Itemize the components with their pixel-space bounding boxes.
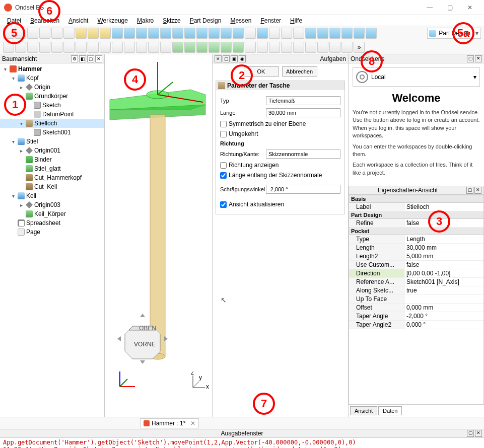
t2-circle-icon[interactable] bbox=[100, 42, 111, 53]
tree-close-icon[interactable]: ✕ bbox=[95, 55, 102, 62]
bottom-icon[interactable] bbox=[196, 28, 208, 39]
loft-icon[interactable] bbox=[221, 42, 232, 53]
thick-icon[interactable] bbox=[281, 42, 292, 53]
property-row[interactable]: Use Custom...false bbox=[349, 261, 483, 269]
property-row[interactable]: LabelStielloch bbox=[349, 203, 483, 211]
t2-5-icon[interactable] bbox=[51, 42, 62, 53]
lens-close-icon[interactable]: ✕ bbox=[475, 55, 482, 62]
menu-help[interactable]: Hilfe bbox=[286, 16, 306, 25]
tree-item[interactable]: ▾Stielloch bbox=[0, 119, 104, 128]
tree-item[interactable]: ▸Origin001 bbox=[0, 146, 104, 155]
symmetric-checkbox[interactable] bbox=[220, 121, 227, 127]
t2-11-icon[interactable] bbox=[148, 42, 159, 53]
menu-edit[interactable]: Bearbeiten bbox=[26, 16, 63, 25]
tree-item[interactable]: ▾Hammer bbox=[0, 64, 104, 73]
property-row[interactable]: Taper Angle20,000 ° bbox=[349, 321, 483, 329]
cancel-button[interactable]: Abbrechen bbox=[282, 66, 317, 77]
fillet-icon[interactable] bbox=[245, 42, 256, 53]
taper-input[interactable] bbox=[266, 185, 340, 194]
sweep-icon[interactable] bbox=[233, 42, 244, 53]
folder2-icon[interactable] bbox=[88, 28, 99, 39]
rear-icon[interactable] bbox=[184, 28, 195, 39]
polar-icon[interactable] bbox=[317, 42, 328, 53]
close-button[interactable]: ✕ bbox=[460, 1, 480, 14]
property-row[interactable]: Up To Face bbox=[349, 295, 483, 304]
tree-view-icon[interactable]: ◧ bbox=[79, 55, 86, 62]
close-tab-icon[interactable]: ✕ bbox=[190, 420, 195, 427]
draft-icon[interactable] bbox=[269, 42, 280, 53]
tree-item[interactable]: Keil_Körper bbox=[0, 209, 104, 218]
undo-icon[interactable] bbox=[39, 28, 50, 39]
navigation-cube[interactable]: OBEN VORNE bbox=[115, 311, 170, 366]
output-panel[interactable]: App.getDocument('Hammer').getObject('Ske… bbox=[0, 438, 484, 448]
view7-icon[interactable] bbox=[221, 28, 232, 39]
t2-poly-icon[interactable] bbox=[124, 42, 135, 53]
body4-icon[interactable] bbox=[341, 28, 353, 39]
tab-view[interactable]: Ansicht bbox=[350, 406, 377, 415]
along-checkbox[interactable] bbox=[220, 172, 227, 179]
tree-item[interactable]: Cut_Keil bbox=[0, 182, 104, 191]
right-icon[interactable] bbox=[172, 28, 183, 39]
property-row[interactable]: Reference A...Sketch001 [N_Axis] bbox=[349, 278, 483, 286]
t2-4-icon[interactable] bbox=[39, 42, 50, 53]
property-row[interactable]: Offset0,000 mm bbox=[349, 304, 483, 312]
tree-item[interactable]: Stiel_glatt bbox=[0, 164, 104, 173]
tree-item[interactable]: Sketch bbox=[0, 101, 104, 110]
fit-icon[interactable] bbox=[112, 28, 123, 39]
tree-item[interactable]: ▾Stiel bbox=[0, 137, 104, 146]
body2-icon[interactable] bbox=[317, 28, 328, 39]
tree-gear-icon[interactable]: ⚙ bbox=[71, 55, 78, 62]
task-dn-icon[interactable]: ◉ bbox=[239, 55, 246, 62]
menu-file[interactable]: Datei bbox=[3, 16, 25, 25]
tab-data[interactable]: Daten bbox=[378, 406, 402, 415]
menu-partdesign[interactable]: Part Design bbox=[186, 16, 226, 25]
t2-10-icon[interactable] bbox=[136, 42, 147, 53]
update-checkbox[interactable] bbox=[220, 201, 227, 208]
property-row[interactable]: Length30,000 mm bbox=[349, 244, 483, 252]
props-dock-icon[interactable]: ▢ bbox=[466, 187, 473, 194]
tree-view[interactable]: ▾Hammer▾Kopf▸Origin▾GrundkörperSketchDat… bbox=[0, 63, 104, 417]
mirror-icon[interactable] bbox=[293, 42, 304, 53]
pad-icon[interactable] bbox=[172, 42, 183, 53]
t2-12-icon[interactable] bbox=[160, 42, 171, 53]
reversed-checkbox[interactable] bbox=[220, 131, 227, 137]
property-row[interactable]: Direction[0,00 0,00 -1,00] bbox=[349, 269, 483, 278]
iso-icon[interactable] bbox=[136, 28, 147, 39]
body-icon[interactable] bbox=[305, 28, 316, 39]
task-close-icon[interactable]: ✕ bbox=[215, 55, 222, 62]
tree-item[interactable]: ▸Origin003 bbox=[0, 200, 104, 209]
tree-item[interactable]: Spreadsheet bbox=[0, 218, 104, 228]
type-select[interactable] bbox=[266, 96, 340, 105]
body6-icon[interactable] bbox=[366, 28, 377, 39]
tree-dock-icon[interactable]: ▢ bbox=[87, 55, 94, 62]
doc-tab-hammer[interactable]: Hammer : 1* ✕ bbox=[140, 418, 199, 428]
menu-window[interactable]: Fenster bbox=[256, 16, 285, 25]
tree-item[interactable]: Binder bbox=[0, 155, 104, 164]
menu-macro[interactable]: Makro bbox=[133, 16, 158, 25]
save-icon[interactable] bbox=[27, 28, 38, 39]
measure-icon[interactable] bbox=[245, 28, 256, 39]
out-close-icon[interactable]: ✕ bbox=[475, 430, 482, 437]
revolve-icon[interactable] bbox=[196, 42, 208, 53]
task-dock-icon[interactable]: ▢ bbox=[223, 55, 230, 62]
view8-icon[interactable] bbox=[233, 28, 244, 39]
3d-viewport[interactable]: OBEN VORNE z x y ↖ bbox=[105, 54, 212, 417]
left-icon[interactable] bbox=[209, 28, 220, 39]
t2-arc-icon[interactable] bbox=[88, 42, 99, 53]
t2-3-icon[interactable] bbox=[27, 42, 38, 53]
property-row[interactable]: Along Sketc...true bbox=[349, 286, 483, 295]
more-icon[interactable]: » bbox=[354, 42, 365, 53]
folder-icon[interactable] bbox=[76, 28, 87, 39]
diredge-select[interactable] bbox=[266, 150, 340, 159]
t2-1-icon[interactable] bbox=[3, 42, 14, 53]
tree-item[interactable]: ▾Grundkörper bbox=[0, 92, 104, 101]
open-icon[interactable] bbox=[15, 28, 26, 39]
zoom-icon[interactable] bbox=[124, 28, 135, 39]
property-row[interactable]: TypeLength bbox=[349, 235, 483, 244]
t2-6-icon[interactable] bbox=[63, 42, 75, 53]
property-row[interactable]: Length25,000 mm bbox=[349, 252, 483, 261]
maximize-button[interactable]: ▢ bbox=[440, 1, 460, 14]
t2-rect-icon[interactable] bbox=[112, 42, 123, 53]
bool-icon[interactable] bbox=[341, 42, 353, 53]
front-icon[interactable] bbox=[148, 28, 159, 39]
